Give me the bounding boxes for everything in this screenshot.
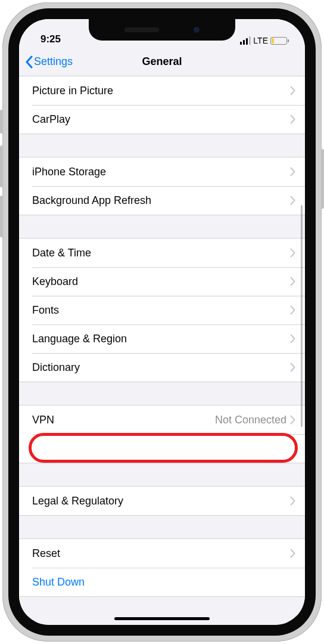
network-label: LTE xyxy=(253,36,268,45)
chevron-right-icon xyxy=(290,334,295,343)
row-background-app-refresh[interactable]: Background App Refresh xyxy=(19,186,305,215)
row-carplay[interactable]: CarPlay xyxy=(19,105,305,134)
row-label: Legal & Regulatory xyxy=(32,495,123,507)
status-time: 9:25 xyxy=(40,33,61,45)
device-frame: 9:25 LTE Settings General Picture in Pic… xyxy=(2,2,322,642)
row-label: Shut Down xyxy=(32,576,85,589)
settings-group: VPNNot Connected xyxy=(19,405,305,463)
settings-group: Picture in PictureCarPlay xyxy=(19,76,305,134)
screen: 9:25 LTE Settings General Picture in Pic… xyxy=(19,19,305,625)
chevron-right-icon xyxy=(290,167,295,177)
chevron-right-icon xyxy=(290,363,295,372)
chevron-right-icon xyxy=(290,248,295,258)
row-shut-down[interactable]: Shut Down xyxy=(19,568,305,596)
row-date-time[interactable]: Date & Time xyxy=(19,239,305,267)
chevron-left-icon xyxy=(25,55,33,69)
back-label: Settings xyxy=(34,55,73,68)
settings-group: iPhone StorageBackground App Refresh xyxy=(19,157,305,215)
signal-icon xyxy=(240,36,251,45)
row-accessory xyxy=(290,277,295,286)
nav-bar: Settings General xyxy=(19,48,305,76)
content-area[interactable]: Picture in PictureCarPlayiPhone StorageB… xyxy=(19,76,305,617)
row-accessory xyxy=(290,549,295,558)
chevron-right-icon xyxy=(290,305,295,315)
row-iphone-storage[interactable]: iPhone Storage xyxy=(19,157,305,186)
row-accessory xyxy=(290,363,295,372)
settings-group: Legal & Regulatory xyxy=(19,486,305,516)
row-dictionary[interactable]: Dictionary xyxy=(19,353,305,382)
row-label: VPN xyxy=(32,414,54,426)
chevron-right-icon xyxy=(290,549,295,558)
row-label: Keyboard xyxy=(32,275,78,288)
chevron-right-icon xyxy=(290,415,295,425)
volume-up-button xyxy=(0,145,3,187)
row-accessory xyxy=(290,496,295,506)
row-reset[interactable]: Reset xyxy=(19,539,305,568)
row-vpn[interactable]: VPNNot Connected xyxy=(19,405,305,434)
row-label: Language & Region xyxy=(32,333,127,345)
row-picture-in-picture[interactable]: Picture in Picture xyxy=(19,76,305,105)
row-label: iPhone Storage xyxy=(32,166,106,178)
row-accessory xyxy=(290,114,295,124)
chevron-right-icon xyxy=(290,196,295,205)
row-accessory: Not Connected xyxy=(215,414,295,426)
row-label: Picture in Picture xyxy=(32,85,113,97)
row-accessory xyxy=(290,196,295,205)
scroll-indicator xyxy=(301,205,303,427)
volume-down-button xyxy=(0,196,3,237)
row-detail: Not Connected xyxy=(215,414,286,426)
chevron-right-icon xyxy=(290,114,295,124)
row-accessory xyxy=(290,86,295,95)
back-button[interactable]: Settings xyxy=(19,55,73,69)
power-button xyxy=(321,149,324,209)
row-label: Fonts xyxy=(32,304,59,317)
row-label: Date & Time xyxy=(32,247,91,259)
row-label: Background App Refresh xyxy=(32,194,151,207)
row-keyboard[interactable]: Keyboard xyxy=(19,267,305,296)
row-label: Reset xyxy=(32,547,60,560)
chevron-right-icon xyxy=(290,277,295,286)
settings-group: Date & TimeKeyboardFontsLanguage & Regio… xyxy=(19,238,305,382)
chevron-right-icon xyxy=(290,86,295,95)
row-accessory xyxy=(290,248,295,258)
row-legal-regulatory[interactable]: Legal & Regulatory xyxy=(19,487,305,515)
row-accessory xyxy=(290,334,295,343)
row-row[interactable] xyxy=(19,434,305,463)
battery-icon xyxy=(270,37,287,45)
settings-group: ResetShut Down xyxy=(19,538,305,597)
notch xyxy=(89,19,235,41)
home-indicator[interactable] xyxy=(114,617,210,620)
row-label: CarPlay xyxy=(32,113,70,126)
chevron-right-icon xyxy=(290,496,295,506)
row-label: Dictionary xyxy=(32,361,80,374)
row-accessory xyxy=(290,167,295,177)
row-accessory xyxy=(290,305,295,315)
row-fonts[interactable]: Fonts xyxy=(19,296,305,324)
row-language-region[interactable]: Language & Region xyxy=(19,324,305,353)
mute-switch xyxy=(0,110,3,134)
